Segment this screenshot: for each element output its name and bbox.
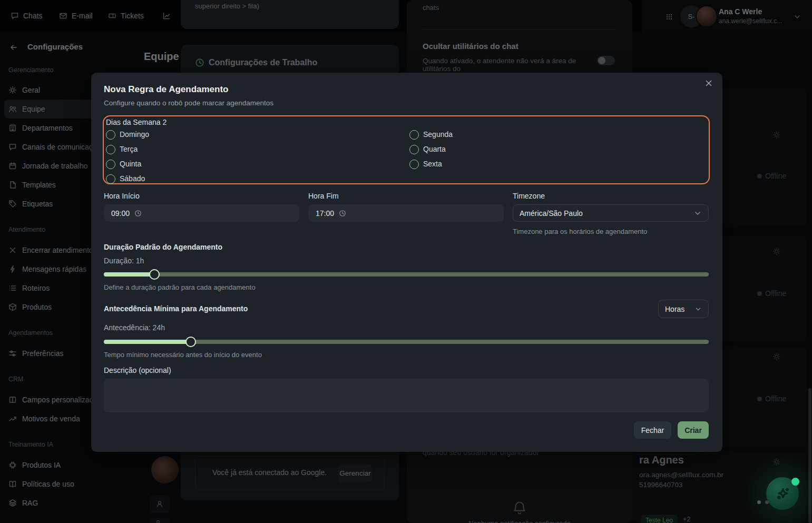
ai-assistant-fab[interactable] <box>766 477 799 510</box>
checkbox-sexta[interactable] <box>409 160 419 169</box>
fechar-button[interactable]: Fechar <box>634 421 671 439</box>
descricao-label: Descrição (opcional) <box>104 366 171 374</box>
duracao-slider[interactable] <box>104 272 709 277</box>
antecedencia-slider[interactable] <box>104 340 709 344</box>
clock-icon <box>134 210 142 217</box>
antecedencia-label: Antecedência Mínima para Agendamento <box>104 304 248 313</box>
duracao-helper: Define a duração padrão para cada agenda… <box>104 283 256 291</box>
duracao-label: Duração Padrão do Agendamento <box>104 243 222 251</box>
chevron-down-icon <box>694 305 702 313</box>
antecedencia-value: Antecedência: 24h <box>104 323 165 332</box>
checkbox-quarta[interactable] <box>409 145 419 154</box>
day-label: Segunda <box>423 130 453 139</box>
hora-fim-input[interactable]: 17:00 <box>308 204 504 222</box>
new-scheduling-rule-modal: Nova Regra de Agendamento Configure quan… <box>91 73 722 452</box>
days-of-week-fieldset: Dias da Semana 2 Domingo Terça Quinta Sá… <box>103 115 710 184</box>
app-root: Chats E-mail Tickets S- Ana C Werle ana.… <box>0 0 812 523</box>
slider-fill <box>104 272 154 277</box>
antecedencia-unit-select[interactable]: Horas <box>658 300 709 318</box>
checkbox-domingo[interactable] <box>106 130 115 140</box>
hora-fim-label: Hora Fim <box>308 192 339 200</box>
modal-subtitle: Configure quando o robô pode marcar agen… <box>104 99 273 107</box>
duracao-value: Duração: 1h <box>104 256 144 265</box>
chevron-down-icon <box>693 209 702 218</box>
day-label: Sexta <box>423 160 442 168</box>
day-label: Domingo <box>120 130 149 139</box>
timezone-label: Timezone <box>513 192 545 200</box>
day-label: Quinta <box>120 160 141 168</box>
slider-fill <box>104 340 191 344</box>
hora-inicio-input[interactable]: 09:00 <box>104 204 299 222</box>
slider-handle[interactable] <box>149 269 160 280</box>
checkbox-quinta[interactable] <box>106 160 115 169</box>
criar-button[interactable]: Criar <box>678 421 709 439</box>
day-label: Sábado <box>120 174 145 183</box>
clock-icon <box>339 210 346 217</box>
day-label: Terça <box>120 145 138 153</box>
checkbox-sabado[interactable] <box>106 174 115 184</box>
slider-handle[interactable] <box>185 337 196 347</box>
day-label: Quarta <box>423 145 446 153</box>
checkbox-segunda[interactable] <box>409 130 419 140</box>
days-label: Dias da Semana 2 <box>106 118 167 126</box>
modal-title: Nova Regra de Agendamento <box>104 84 228 95</box>
timezone-helper: Timezone para os horários de agendamento <box>513 228 647 235</box>
checkbox-terca[interactable] <box>106 145 115 154</box>
antecedencia-helper: Tempo mínimo necessário antes do início … <box>104 351 262 359</box>
hora-inicio-label: Hora Início <box>104 192 140 200</box>
close-icon[interactable] <box>705 79 713 87</box>
timezone-select[interactable]: América/São Paulo <box>513 204 709 222</box>
descricao-textarea[interactable] <box>104 379 709 412</box>
